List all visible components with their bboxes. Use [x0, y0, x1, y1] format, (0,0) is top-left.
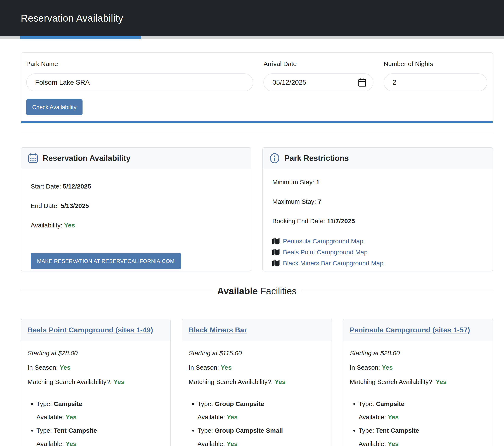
arrival-date-label: Arrival Date	[263, 60, 374, 68]
heading-divider-left	[21, 291, 212, 291]
progress-bar-fill	[20, 36, 141, 39]
site-type-item: Type: Tent Campsite Available: Yes	[359, 424, 486, 446]
facility-title-link-beals-point[interactable]: Beals Point Campground (sites 1-49)	[28, 326, 153, 334]
site-type-item: Type: Tent Campsite Available: Yes	[36, 424, 164, 446]
beals-point-campground-map-link[interactable]: Beals Point Campground Map	[272, 248, 483, 256]
date-picker-calendar-icon[interactable]	[358, 78, 366, 87]
availability-card-title: Reservation Availability	[43, 154, 130, 163]
facility-card-black-miners-bar: Black Miners Bar Starting at $115.00 In …	[182, 319, 332, 446]
peninsula-campground-map-link[interactable]: Peninsula Campground Map	[272, 237, 483, 245]
search-form-card: Park Name Arrival Date N	[21, 52, 493, 123]
in-season-line: In Season: Yes	[28, 363, 164, 372]
site-type-item: Type: Group Campsite Small Available: Ye…	[198, 424, 325, 446]
app-header: Reservation Availability	[0, 0, 504, 36]
horizontal-progress-bar	[0, 36, 504, 39]
reservation-availability-card: Reservation Availability Start Date: 5/1…	[21, 147, 251, 271]
price-line: Starting at $28.00	[28, 349, 164, 357]
section-divider	[21, 133, 493, 133]
facility-card-peninsula: Peninsula Campground (sites 1-57) Starti…	[343, 319, 493, 446]
facility-title-link-black-miners-bar[interactable]: Black Miners Bar	[189, 326, 247, 334]
arrival-date-input[interactable]	[263, 73, 374, 91]
site-type-item: Type: Campsite Available: Yes	[359, 397, 486, 424]
page-title: Reservation Availability	[21, 13, 123, 24]
in-season-line: In Season: Yes	[350, 363, 486, 372]
minimum-stay-row: Minimum Stay: 1	[272, 178, 483, 186]
make-reservation-button[interactable]: MAKE RESERVATION AT RESERVECALIFORNIA.CO…	[31, 253, 181, 269]
info-icon	[270, 153, 280, 163]
park-name-label: Park Name	[26, 60, 253, 68]
restrictions-card-title: Park Restrictions	[284, 154, 349, 163]
site-type-item: Type: Campsite Available: Yes	[36, 397, 164, 424]
map-icon	[272, 238, 280, 245]
map-icon	[272, 260, 280, 267]
price-line: Starting at $115.00	[189, 349, 325, 357]
matching-availability-line: Matching Search Availability?: Yes	[28, 378, 164, 386]
black-miners-bar-campground-map-link[interactable]: Black Miners Bar Campground Map	[272, 259, 483, 268]
in-season-line: In Season: Yes	[189, 363, 325, 372]
heading-divider-right	[302, 291, 493, 291]
start-date-row: Start Date: 5/12/2025	[31, 183, 241, 190]
available-facilities-heading: Available Facilities	[21, 286, 493, 296]
facility-title-link-peninsula[interactable]: Peninsula Campground (sites 1-57)	[350, 326, 470, 334]
matching-availability-line: Matching Search Availability?: Yes	[189, 378, 325, 386]
calendar-icon	[28, 153, 38, 163]
park-name-input[interactable]	[26, 73, 253, 91]
availability-row: Availability: Yes	[31, 222, 241, 229]
map-icon	[272, 249, 280, 256]
end-date-row: End Date: 5/13/2025	[31, 202, 241, 210]
price-line: Starting at $28.00	[350, 349, 486, 357]
number-of-nights-label: Number of Nights	[384, 60, 487, 68]
check-availability-button[interactable]: Check Availability	[26, 99, 83, 115]
number-of-nights-input[interactable]	[384, 73, 487, 91]
park-restrictions-card: Park Restrictions Minimum Stay: 1 Maximu…	[262, 147, 493, 271]
booking-end-date-row: Booking End Date: 11/7/2025	[272, 217, 483, 225]
facility-card-beals-point: Beals Point Campground (sites 1-49) Star…	[21, 319, 171, 446]
matching-availability-line: Matching Search Availability?: Yes	[350, 378, 486, 386]
site-type-item: Type: Group Campsite Available: Yes	[198, 397, 325, 424]
maximum-stay-row: Maximum Stay: 7	[272, 198, 483, 205]
